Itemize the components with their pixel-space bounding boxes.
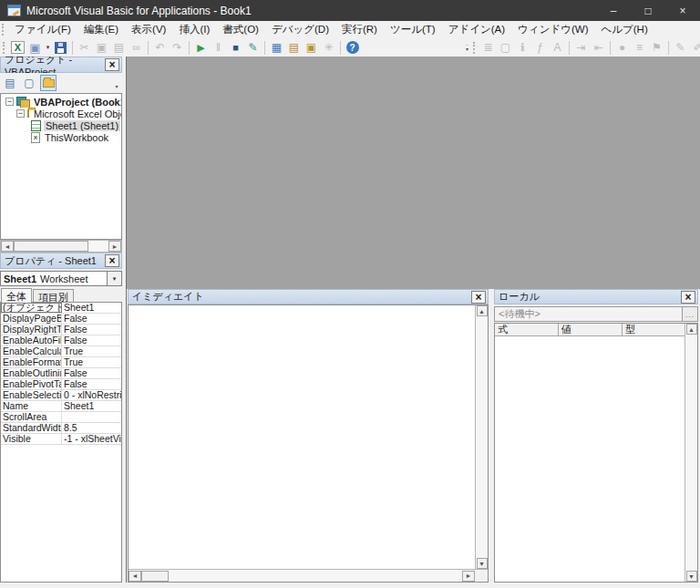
- minimize-button[interactable]: –: [596, 0, 631, 21]
- property-row[interactable]: EnableOutliningFalse: [1, 368, 121, 379]
- property-name[interactable]: EnableOutlining: [1, 368, 62, 378]
- insert-object-dropdown[interactable]: ▾: [44, 39, 52, 56]
- property-name[interactable]: EnableSelection: [1, 390, 62, 400]
- reset-button[interactable]: ■: [227, 39, 244, 56]
- tab-alphabetic[interactable]: 全体: [1, 288, 32, 303]
- comment-block-button[interactable]: ≡: [631, 39, 648, 56]
- object-selector[interactable]: Sheet1 Worksheet ▾: [0, 271, 122, 286]
- scroll-left-icon[interactable]: ◄: [1, 241, 14, 252]
- menu-edit[interactable]: 編集(E): [77, 21, 125, 38]
- property-row[interactable]: EnablePivotTableFalse: [1, 379, 121, 390]
- property-name[interactable]: EnableFormatConditions: [1, 357, 62, 367]
- tree-item-excel-objects[interactable]: − Microsoft Excel Objects: [1, 108, 121, 119]
- property-name[interactable]: EnableAutoFilter: [1, 335, 62, 346]
- property-row[interactable]: DisplayPageBreaksFalse: [1, 314, 121, 325]
- project-panel-close-button[interactable]: ×: [105, 58, 119, 71]
- menu-view[interactable]: 表示(V): [125, 21, 172, 38]
- property-row[interactable]: ScrollArea: [1, 412, 121, 423]
- cut-button[interactable]: ✂: [76, 39, 93, 56]
- property-name[interactable]: DisplayPageBreaks: [1, 314, 62, 324]
- copy-button[interactable]: ▣: [93, 39, 110, 56]
- property-row[interactable]: EnableAutoFilterFalse: [1, 335, 121, 346]
- tree-item-thisworkbook[interactable]: x ThisWorkbook: [1, 131, 121, 143]
- toggle-breakpoint-button[interactable]: ●: [613, 39, 631, 56]
- immediate-close-button[interactable]: ×: [471, 291, 486, 304]
- property-row[interactable]: DisplayRightToLeftFalse: [1, 325, 121, 335]
- scroll-up-icon[interactable]: ▲: [686, 324, 697, 335]
- view-code-button[interactable]: ▤: [2, 75, 18, 91]
- scroll-left-icon[interactable]: ◄: [129, 571, 141, 582]
- toggle-folders-button[interactable]: [40, 75, 57, 91]
- immediate-input-area[interactable]: [129, 305, 475, 569]
- property-row[interactable]: EnableSelection0 - xlNoRestrictions: [1, 390, 121, 401]
- view-excel-button[interactable]: X: [9, 39, 26, 56]
- toolbar-grip[interactable]: [3, 42, 7, 54]
- property-row[interactable]: (オブジェクト名)Sheet1: [1, 303, 121, 314]
- break-button[interactable]: ‖: [210, 39, 227, 56]
- close-button[interactable]: ×: [665, 0, 700, 21]
- parameter-info-button[interactable]: ƒ: [531, 39, 549, 56]
- property-name[interactable]: Visible: [1, 434, 62, 444]
- scroll-right-icon[interactable]: ►: [108, 241, 121, 252]
- tree-item-sheet1[interactable]: Sheet1 (Sheet1): [1, 119, 121, 131]
- scrollbar-thumb[interactable]: [14, 241, 88, 252]
- chevron-down-icon[interactable]: ▾: [107, 272, 121, 285]
- property-value[interactable]: 0 - xlNoRestrictions: [62, 390, 121, 400]
- property-value[interactable]: False: [62, 379, 121, 389]
- insert-userform-button[interactable]: ▣: [26, 39, 44, 56]
- property-name[interactable]: Name: [1, 401, 62, 411]
- scroll-down-icon[interactable]: ▼: [477, 558, 488, 569]
- column-type[interactable]: 型: [623, 324, 685, 335]
- scroll-up-icon[interactable]: ▲: [477, 305, 488, 316]
- toolbar-overflow-button[interactable]: ∙∙▾: [463, 39, 471, 56]
- property-row[interactable]: NameSheet1: [1, 401, 121, 412]
- property-value[interactable]: [62, 412, 121, 422]
- menu-insert[interactable]: 挿入(I): [172, 21, 216, 38]
- menu-addins[interactable]: アドイン(A): [442, 21, 511, 38]
- column-expression[interactable]: 式: [495, 324, 559, 335]
- property-row[interactable]: EnableFormatConditionsTrue: [1, 357, 121, 368]
- object-browser-button[interactable]: ▣: [303, 39, 320, 56]
- property-name[interactable]: ScrollArea: [1, 412, 62, 422]
- property-row[interactable]: Visible-1 - xlSheetVisible: [1, 434, 121, 445]
- scrollbar-thumb[interactable]: [141, 571, 169, 582]
- menubar-grip[interactable]: [2, 24, 6, 36]
- paste-button[interactable]: ▤: [110, 39, 128, 56]
- property-value[interactable]: False: [62, 368, 121, 378]
- project-toolbar-overflow[interactable]: ▾: [112, 75, 121, 91]
- property-value[interactable]: False: [62, 314, 121, 324]
- view-object-button[interactable]: ▢: [21, 75, 37, 91]
- outdent-button[interactable]: ⇤: [590, 39, 607, 56]
- property-name[interactable]: EnablePivotTable: [1, 379, 62, 389]
- column-value[interactable]: 値: [559, 324, 623, 335]
- property-value[interactable]: -1 - xlSheetVisible: [62, 434, 121, 444]
- find-button[interactable]: ∞: [128, 39, 145, 56]
- property-value[interactable]: False: [62, 335, 121, 346]
- menu-help[interactable]: ヘルプ(H): [594, 21, 654, 38]
- toggle-bookmark-button[interactable]: ⚑: [648, 39, 665, 56]
- next-bookmark-button[interactable]: ✐: [689, 39, 700, 56]
- project-explorer-button[interactable]: ▦: [268, 39, 285, 56]
- indent-button[interactable]: ⇥: [572, 39, 590, 56]
- call-stack-button[interactable]: ...: [683, 306, 698, 322]
- list-properties-button[interactable]: ≣: [479, 39, 497, 56]
- run-button[interactable]: ▶: [192, 39, 210, 56]
- menu-file[interactable]: ファイル(F): [8, 21, 77, 38]
- property-value[interactable]: True: [62, 346, 121, 356]
- tab-categorized[interactable]: 項目別: [33, 289, 74, 303]
- collapse-icon[interactable]: −: [16, 109, 25, 118]
- save-button[interactable]: [52, 39, 69, 56]
- toolbox-button[interactable]: ✳: [320, 39, 337, 56]
- locals-close-button[interactable]: ×: [681, 291, 695, 304]
- project-horizontal-scrollbar[interactable]: ◄ ►: [0, 240, 122, 253]
- immediate-horizontal-scrollbar[interactable]: ◄ ►: [129, 569, 475, 582]
- list-constants-button[interactable]: ▢: [497, 39, 514, 56]
- property-name[interactable]: (オブジェクト名): [1, 303, 62, 313]
- property-value[interactable]: False: [62, 325, 121, 335]
- scroll-right-icon[interactable]: ►: [462, 571, 475, 582]
- redo-button[interactable]: ↷: [169, 39, 186, 56]
- maximize-button[interactable]: □: [631, 0, 665, 21]
- property-name[interactable]: EnableCalculation: [1, 346, 62, 356]
- design-mode-button[interactable]: ✎: [244, 39, 262, 56]
- properties-panel-close-button[interactable]: ×: [105, 254, 119, 267]
